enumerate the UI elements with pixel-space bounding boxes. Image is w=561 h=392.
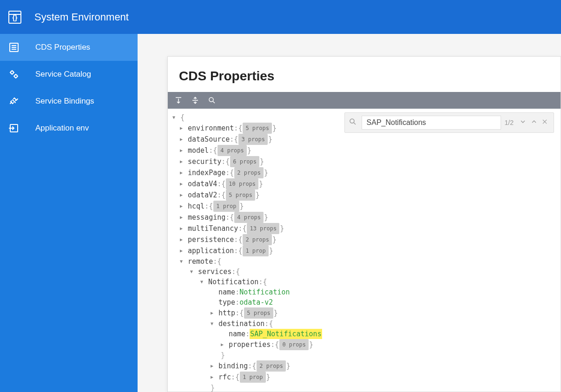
props-badge: 5 props <box>243 123 272 134</box>
sidebar-item-label: Service Catalog <box>35 70 91 79</box>
props-badge: 1 prop <box>213 201 239 212</box>
props-badge: 1 prop <box>240 372 265 383</box>
props-badge: 6 props <box>230 156 259 167</box>
app-header: {} System Environment <box>0 0 561 34</box>
sidebar-item-application-env[interactable]: Application env <box>0 115 138 142</box>
search-overlay: 1/2 <box>344 112 554 133</box>
toggle-icon[interactable]: ▶ <box>180 145 186 156</box>
toggle-icon[interactable]: ▶ <box>180 246 186 256</box>
toggle-icon[interactable]: ▼ <box>200 277 207 287</box>
toggle-icon[interactable]: ▶ <box>180 123 186 133</box>
search-close-button[interactable] <box>540 118 550 127</box>
toggle-icon[interactable]: ▶ <box>221 340 227 350</box>
props-badge: 5 props <box>244 307 273 319</box>
panel-title: CDS Properties <box>168 57 561 92</box>
svg-point-5 <box>14 75 17 78</box>
sidebar-item-label: CDS Properties <box>35 43 90 52</box>
props-badge: 2 props <box>243 234 272 245</box>
props-badge: 4 props <box>218 145 247 156</box>
svg-point-4 <box>11 71 13 74</box>
svg-point-7 <box>209 98 213 102</box>
toggle-icon[interactable]: ▶ <box>180 179 186 189</box>
expand-all-button[interactable] <box>173 95 184 105</box>
svg-point-9 <box>350 119 354 123</box>
sidebar: CDS Properties Service Catalog Service B… <box>0 34 138 392</box>
panel-toolbar <box>168 92 561 109</box>
toggle-icon[interactable]: ▼ <box>180 256 186 267</box>
toggle-icon[interactable]: ▼ <box>190 267 197 277</box>
toggle-icon[interactable]: ▼ <box>211 319 217 329</box>
toggle-icon[interactable]: ▶ <box>180 235 186 245</box>
props-badge: 4 props <box>234 212 264 223</box>
search-next-button[interactable] <box>517 118 528 127</box>
plug-icon <box>8 96 20 107</box>
props-badge: 2 props <box>234 167 264 178</box>
toggle-icon[interactable]: ▶ <box>180 201 186 211</box>
props-badge: 5 props <box>226 189 255 201</box>
props-badge: 10 props <box>226 178 258 189</box>
props-badge: 2 props <box>257 360 286 372</box>
toggle-icon[interactable]: ▶ <box>180 157 186 167</box>
search-button[interactable] <box>207 95 217 105</box>
app-logo-icon: {} <box>8 11 21 24</box>
sidebar-item-cds-properties[interactable]: CDS Properties <box>0 34 138 61</box>
props-badge: 13 props <box>247 223 279 234</box>
sidebar-item-service-catalog[interactable]: Service Catalog <box>0 61 138 88</box>
props-badge: 1 prop <box>243 245 268 256</box>
toggle-icon[interactable]: ▶ <box>211 361 217 371</box>
svg-line-8 <box>213 101 215 103</box>
search-icon <box>349 118 357 128</box>
list-icon <box>8 42 20 53</box>
toggle-icon[interactable]: ▶ <box>211 308 217 318</box>
toggle-icon[interactable]: ▼ <box>172 112 179 123</box>
gears-icon <box>8 69 20 80</box>
search-input[interactable] <box>362 116 501 130</box>
toggle-icon[interactable]: ▶ <box>211 372 217 382</box>
string-value: odata-v2 <box>239 297 273 307</box>
sidebar-item-label: Service Bindings <box>35 97 94 106</box>
props-badge: 0 props <box>279 339 309 350</box>
search-prev-button[interactable] <box>528 118 540 127</box>
props-badge: 3 props <box>238 134 268 145</box>
sidebar-item-label: Application env <box>35 124 89 133</box>
search-match-value: SAP_Notifications <box>250 329 322 339</box>
toggle-icon[interactable]: ▶ <box>180 223 186 234</box>
toggle-icon[interactable]: ▶ <box>180 212 186 222</box>
app-title: System Environment <box>34 11 129 23</box>
import-icon <box>8 123 20 134</box>
toggle-icon[interactable]: ▶ <box>180 190 186 200</box>
json-tree: ▼{ ▶environment : { 5 props } ▶dataSourc… <box>168 109 561 392</box>
string-value: Notification <box>239 287 290 297</box>
toggle-icon[interactable]: ▶ <box>180 134 186 144</box>
properties-panel: CDS Properties 1/2 ▼{ ▶environment : <box>167 56 561 392</box>
sidebar-item-service-bindings[interactable]: Service Bindings <box>0 88 138 115</box>
collapse-all-button[interactable] <box>190 95 200 105</box>
toggle-icon[interactable]: ▶ <box>180 168 186 178</box>
main-content: CDS Properties 1/2 ▼{ ▶environment : <box>138 34 561 392</box>
svg-line-10 <box>354 123 356 124</box>
search-result-count: 1/2 <box>505 119 514 126</box>
